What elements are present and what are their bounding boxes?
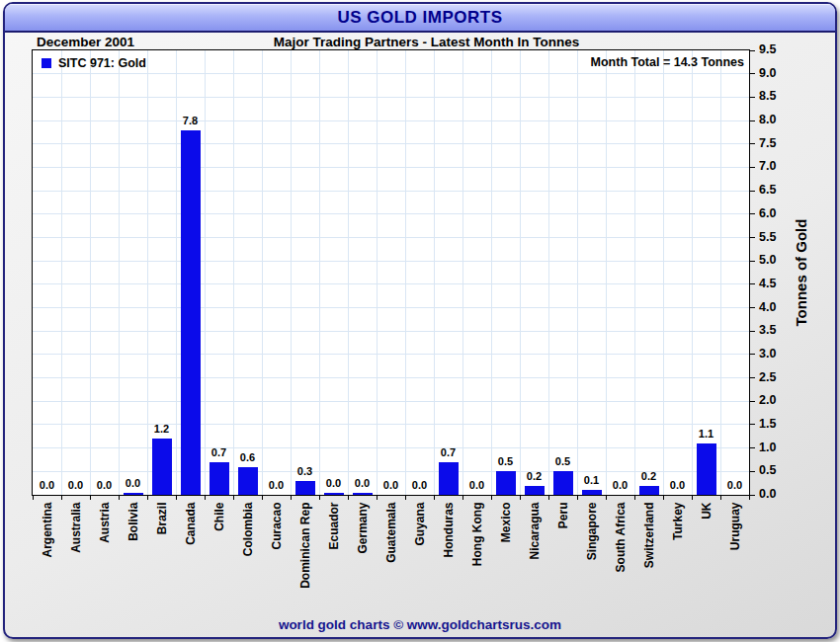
y-axis-tick-label: 9.5: [759, 42, 793, 57]
y-axis-tick: [750, 120, 755, 121]
x-axis-label: Argentina: [40, 503, 54, 607]
x-axis-tick: [434, 496, 435, 500]
gridline-horizontal: [33, 447, 749, 448]
y-axis-tick: [750, 471, 755, 472]
x-axis-tick: [520, 496, 521, 500]
gridline-horizontal: [33, 331, 749, 332]
gridline-vertical: [634, 50, 635, 495]
x-axis-tick: [405, 496, 406, 500]
x-axis-tick: [233, 496, 234, 500]
y-axis-tick: [750, 401, 755, 402]
chart-card: US GOLD IMPORTS December 2001 Major Trad…: [3, 2, 837, 639]
x-axis-label: UK: [699, 503, 714, 607]
y-axis-tick: [750, 377, 755, 378]
y-axis-tick-label: 4.0: [759, 300, 793, 315]
gridline-horizontal: [33, 167, 749, 168]
bar-peru[interactable]: [553, 471, 573, 495]
x-axis-label: Bolivia: [126, 503, 140, 607]
y-axis-tick-label: 5.0: [759, 253, 793, 268]
x-axis-tick: [491, 496, 492, 500]
y-axis-tick-label: 0.5: [759, 463, 793, 478]
y-axis-tick: [750, 331, 755, 332]
y-axis-tick-label: 7.5: [759, 136, 793, 151]
y-axis-tick-label: 8.5: [759, 89, 793, 104]
y-axis-tick: [750, 191, 755, 192]
x-axis-tick: [663, 496, 664, 500]
bar-germany[interactable]: [353, 493, 373, 495]
x-axis-label: Hong Kong: [469, 503, 484, 607]
gridline-horizontal: [33, 283, 749, 284]
bar-colombia[interactable]: [238, 467, 258, 495]
y-axis-tick-label: 2.5: [759, 370, 793, 385]
x-axis-label: Guyana: [412, 503, 427, 607]
gridline-vertical: [405, 50, 406, 495]
gridline-horizontal: [33, 143, 749, 144]
x-axis-tick: [692, 496, 693, 500]
x-axis-tick: [634, 496, 635, 500]
x-axis-label: South Africa: [613, 503, 628, 607]
footer-credit[interactable]: world gold charts © www.goldchartsrus.co…: [5, 617, 835, 634]
y-axis-tick-label: 3.0: [759, 347, 793, 361]
x-axis-tick: [147, 496, 148, 500]
gridline-horizontal: [33, 213, 749, 214]
x-axis-label: Colombia: [240, 503, 255, 607]
y-axis-tick: [750, 424, 755, 425]
bar-value-label: 0.0: [715, 479, 755, 492]
bar-switzerland[interactable]: [639, 486, 659, 495]
chart-title: US GOLD IMPORTS: [337, 8, 502, 27]
gridline-horizontal: [33, 261, 749, 262]
bar-singapore[interactable]: [582, 490, 602, 495]
y-axis-tick-label: 1.0: [759, 441, 793, 455]
y-axis-tick: [750, 237, 755, 238]
bar-value-label: 0.0: [458, 479, 497, 492]
bar-value-label: 0.5: [544, 455, 583, 468]
x-axis-label: Honduras: [441, 503, 456, 607]
x-axis-label: Switzerland: [641, 503, 656, 607]
gridline-vertical: [577, 50, 578, 495]
x-axis-label: Dominican Rep: [297, 503, 312, 607]
chart-title-bar: US GOLD IMPORTS: [5, 4, 835, 33]
gridline-vertical: [462, 50, 463, 495]
bar-uk[interactable]: [697, 443, 716, 495]
bar-honduras[interactable]: [439, 462, 459, 495]
bar-value-label: 1.2: [142, 423, 182, 436]
gridline-vertical: [291, 50, 292, 495]
x-axis-tick: [61, 496, 62, 500]
y-axis-tick: [750, 261, 755, 262]
x-axis-label: Turkey: [670, 503, 685, 607]
y-axis-tick: [750, 354, 755, 355]
bar-nicaragua[interactable]: [525, 486, 545, 495]
gridline-vertical: [606, 50, 607, 495]
bar-value-label: 0.0: [400, 479, 440, 492]
gridline-vertical: [61, 50, 62, 495]
bar-bolivia[interactable]: [124, 493, 143, 495]
x-axis-tick: [606, 496, 607, 500]
bar-mexico[interactable]: [496, 471, 516, 495]
bar-chile[interactable]: [210, 462, 229, 495]
bar-value-label: 0.0: [257, 479, 296, 492]
bar-canada[interactable]: [181, 130, 201, 495]
y-axis-tick-label: 3.5: [759, 323, 793, 338]
x-axis-tick: [319, 496, 320, 500]
x-axis-tick: [119, 496, 120, 500]
legend[interactable]: SITC 971: Gold: [42, 56, 146, 70]
gridline-vertical: [548, 50, 549, 495]
legend-swatch-icon: [42, 58, 51, 68]
gridline-vertical: [119, 50, 120, 495]
x-axis-label: Brazil: [154, 503, 169, 607]
gridline-vertical: [233, 50, 234, 495]
gridline-vertical: [348, 50, 349, 495]
bar-value-label: 0.5: [486, 455, 526, 468]
bar-brazil[interactable]: [152, 439, 172, 495]
y-axis-tick: [750, 447, 755, 448]
x-axis-label: Mexico: [498, 503, 513, 607]
y-axis-tick: [750, 73, 755, 74]
x-axis-tick: [90, 496, 91, 500]
y-axis-tick: [750, 307, 755, 308]
y-axis-tick-label: 0.0: [759, 487, 793, 502]
y-axis-tick-label: 5.5: [759, 230, 793, 245]
bar-dominican-rep[interactable]: [295, 481, 315, 495]
bar-value-label: 0.6: [228, 451, 268, 464]
x-axis-label: Curacao: [269, 503, 284, 607]
bar-ecuador[interactable]: [324, 493, 344, 495]
